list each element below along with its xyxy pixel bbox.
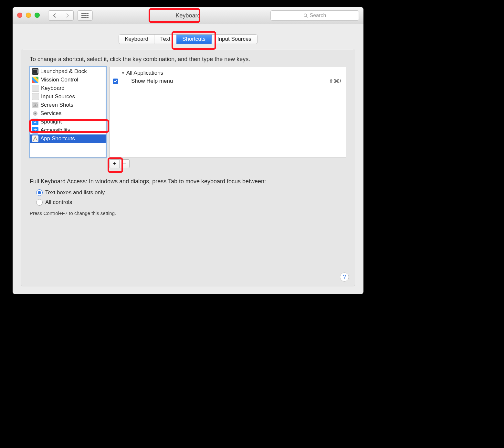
remove-button[interactable]: − xyxy=(120,159,130,168)
svg-point-5 xyxy=(35,113,36,114)
titlebar: Keyboard Search xyxy=(13,7,363,24)
tab-bar: Keyboard Text Shortcuts Input Sources xyxy=(119,34,257,44)
search-input[interactable]: Search xyxy=(270,10,359,21)
keyboard-icon xyxy=(32,85,39,92)
tab-text[interactable]: Text xyxy=(154,35,176,44)
add-remove-buttons: + − xyxy=(109,159,130,168)
cat-keyboard[interactable]: Keyboard xyxy=(30,84,106,92)
tab-input-sources[interactable]: Input Sources xyxy=(212,35,257,44)
show-all-button[interactable] xyxy=(77,10,93,21)
svg-point-6 xyxy=(34,121,36,123)
shortcut-label: Show Help menu xyxy=(131,78,173,84)
back-button[interactable] xyxy=(48,10,61,21)
add-button[interactable]: + xyxy=(109,159,120,168)
svg-point-0 xyxy=(304,14,307,17)
svg-line-7 xyxy=(36,122,37,123)
full-keyboard-access-label: Full Keyboard Access: In windows and dia… xyxy=(30,178,266,185)
spotlight-icon xyxy=(32,119,38,125)
instruction-text: To change a shortcut, select it, click t… xyxy=(30,56,346,63)
shortcut-group-label: All Applications xyxy=(126,70,163,76)
shortcut-group-row[interactable]: ▼ All Applications xyxy=(113,69,343,77)
zoom-icon[interactable] xyxy=(35,13,40,18)
search-icon xyxy=(303,13,308,18)
svg-line-1 xyxy=(306,16,308,17)
cat-mission-control[interactable]: Mission Control xyxy=(30,76,106,84)
svg-point-8 xyxy=(35,128,36,129)
category-list[interactable]: Launchpad & Dock Mission Control Keyboar… xyxy=(30,67,106,157)
camera-icon xyxy=(32,102,38,108)
close-icon[interactable] xyxy=(17,13,22,18)
nav-buttons xyxy=(48,10,74,21)
cat-app-shortcuts[interactable]: App Shortcuts xyxy=(30,134,106,143)
radio-icon[interactable] xyxy=(36,189,43,196)
full-keyboard-access-options: Text boxes and lists only All controls xyxy=(36,188,105,207)
tab-keyboard[interactable]: Keyboard xyxy=(119,35,154,44)
cat-spotlight[interactable]: Spotlight xyxy=(30,118,106,126)
svg-point-3 xyxy=(35,104,36,106)
window-controls xyxy=(17,13,40,18)
cat-accessibility[interactable]: Accessibility xyxy=(30,126,106,134)
gear-icon xyxy=(32,110,38,117)
shortcut-list[interactable]: ▼ All Applications Show Help menu ⇧⌘/ xyxy=(109,67,346,157)
shortcut-keys[interactable]: ⇧⌘/ xyxy=(329,78,341,85)
cat-screen-shots[interactable]: Screen Shots xyxy=(30,101,106,109)
app-shortcuts-icon xyxy=(32,135,38,142)
shortcut-row[interactable]: Show Help menu ⇧⌘/ xyxy=(113,77,343,85)
grid-icon xyxy=(81,13,89,18)
help-button[interactable]: ? xyxy=(340,272,349,282)
panes: Launchpad & Dock Mission Control Keyboar… xyxy=(30,67,346,157)
minimize-icon[interactable] xyxy=(26,13,31,18)
tab-shortcuts[interactable]: Shortcuts xyxy=(176,35,212,44)
accessibility-icon xyxy=(32,127,38,133)
control-f7-hint: Press Control+F7 to change this setting. xyxy=(30,210,116,216)
launchpad-icon xyxy=(32,68,38,75)
window-title: Keyboard xyxy=(175,12,200,19)
radio-all-controls[interactable]: All controls xyxy=(36,197,105,207)
forward-button[interactable] xyxy=(61,10,74,21)
mission-control-icon xyxy=(32,77,38,83)
content-pane: To change a shortcut, select it, click t… xyxy=(21,49,355,286)
radio-text-boxes[interactable]: Text boxes and lists only xyxy=(36,188,105,197)
preferences-window: Keyboard Search Keyboard Text Shortcuts … xyxy=(13,7,363,294)
cat-input-sources[interactable]: Input Sources xyxy=(30,92,106,101)
cat-launchpad-dock[interactable]: Launchpad & Dock xyxy=(30,67,106,76)
radio-icon[interactable] xyxy=(36,199,43,206)
shortcut-checkbox[interactable] xyxy=(113,79,118,84)
disclosure-triangle-icon[interactable]: ▼ xyxy=(121,71,125,75)
cat-services[interactable]: Services xyxy=(30,109,106,118)
keyboard-icon xyxy=(32,93,39,100)
search-placeholder: Search xyxy=(310,13,326,18)
